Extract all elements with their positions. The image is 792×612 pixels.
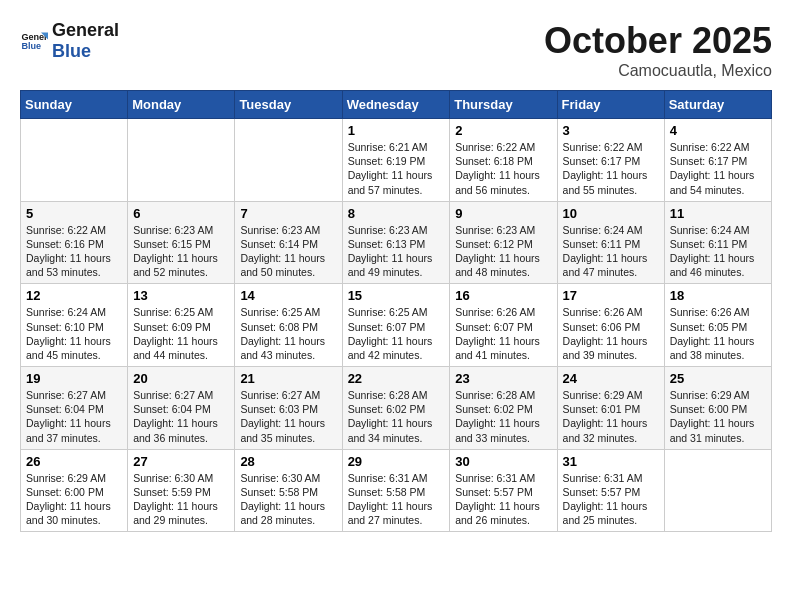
day-info: Sunrise: 6:21 AM Sunset: 6:19 PM Dayligh… [348, 140, 445, 197]
day-number: 24 [563, 371, 659, 386]
day-info: Sunrise: 6:31 AM Sunset: 5:58 PM Dayligh… [348, 471, 445, 528]
page-header: General Blue General Blue October 2025 C… [20, 20, 772, 80]
day-number: 31 [563, 454, 659, 469]
day-info: Sunrise: 6:25 AM Sunset: 6:08 PM Dayligh… [240, 305, 336, 362]
day-info: Sunrise: 6:22 AM Sunset: 6:16 PM Dayligh… [26, 223, 122, 280]
day-info: Sunrise: 6:24 AM Sunset: 6:11 PM Dayligh… [563, 223, 659, 280]
day-number: 1 [348, 123, 445, 138]
day-info: Sunrise: 6:26 AM Sunset: 6:07 PM Dayligh… [455, 305, 551, 362]
weekday-header-wednesday: Wednesday [342, 91, 450, 119]
week-row-5: 26Sunrise: 6:29 AM Sunset: 6:00 PM Dayli… [21, 449, 772, 532]
day-info: Sunrise: 6:25 AM Sunset: 6:09 PM Dayligh… [133, 305, 229, 362]
calendar-cell [664, 449, 771, 532]
calendar-cell: 25Sunrise: 6:29 AM Sunset: 6:00 PM Dayli… [664, 367, 771, 450]
day-info: Sunrise: 6:23 AM Sunset: 6:13 PM Dayligh… [348, 223, 445, 280]
weekday-header-monday: Monday [128, 91, 235, 119]
day-info: Sunrise: 6:30 AM Sunset: 5:59 PM Dayligh… [133, 471, 229, 528]
month-title: October 2025 [544, 20, 772, 62]
calendar-cell: 30Sunrise: 6:31 AM Sunset: 5:57 PM Dayli… [450, 449, 557, 532]
day-info: Sunrise: 6:27 AM Sunset: 6:04 PM Dayligh… [26, 388, 122, 445]
day-number: 2 [455, 123, 551, 138]
calendar-cell: 21Sunrise: 6:27 AM Sunset: 6:03 PM Dayli… [235, 367, 342, 450]
day-info: Sunrise: 6:25 AM Sunset: 6:07 PM Dayligh… [348, 305, 445, 362]
day-number: 15 [348, 288, 445, 303]
day-info: Sunrise: 6:31 AM Sunset: 5:57 PM Dayligh… [455, 471, 551, 528]
day-info: Sunrise: 6:26 AM Sunset: 6:05 PM Dayligh… [670, 305, 766, 362]
day-number: 29 [348, 454, 445, 469]
day-info: Sunrise: 6:24 AM Sunset: 6:11 PM Dayligh… [670, 223, 766, 280]
calendar-cell [128, 119, 235, 202]
calendar-cell: 2Sunrise: 6:22 AM Sunset: 6:18 PM Daylig… [450, 119, 557, 202]
location: Camocuautla, Mexico [544, 62, 772, 80]
day-info: Sunrise: 6:27 AM Sunset: 6:04 PM Dayligh… [133, 388, 229, 445]
day-number: 17 [563, 288, 659, 303]
day-number: 21 [240, 371, 336, 386]
calendar-cell: 13Sunrise: 6:25 AM Sunset: 6:09 PM Dayli… [128, 284, 235, 367]
day-info: Sunrise: 6:31 AM Sunset: 5:57 PM Dayligh… [563, 471, 659, 528]
day-info: Sunrise: 6:29 AM Sunset: 6:00 PM Dayligh… [670, 388, 766, 445]
weekday-header-thursday: Thursday [450, 91, 557, 119]
calendar-cell: 5Sunrise: 6:22 AM Sunset: 6:16 PM Daylig… [21, 201, 128, 284]
day-info: Sunrise: 6:30 AM Sunset: 5:58 PM Dayligh… [240, 471, 336, 528]
calendar-cell: 17Sunrise: 6:26 AM Sunset: 6:06 PM Dayli… [557, 284, 664, 367]
calendar-cell: 31Sunrise: 6:31 AM Sunset: 5:57 PM Dayli… [557, 449, 664, 532]
logo-text-line1: General [52, 20, 119, 41]
week-row-4: 19Sunrise: 6:27 AM Sunset: 6:04 PM Dayli… [21, 367, 772, 450]
calendar-cell: 20Sunrise: 6:27 AM Sunset: 6:04 PM Dayli… [128, 367, 235, 450]
week-row-2: 5Sunrise: 6:22 AM Sunset: 6:16 PM Daylig… [21, 201, 772, 284]
logo: General Blue General Blue [20, 20, 119, 61]
day-number: 12 [26, 288, 122, 303]
week-row-1: 1Sunrise: 6:21 AM Sunset: 6:19 PM Daylig… [21, 119, 772, 202]
calendar-cell: 12Sunrise: 6:24 AM Sunset: 6:10 PM Dayli… [21, 284, 128, 367]
calendar-cell: 10Sunrise: 6:24 AM Sunset: 6:11 PM Dayli… [557, 201, 664, 284]
calendar-cell: 27Sunrise: 6:30 AM Sunset: 5:59 PM Dayli… [128, 449, 235, 532]
calendar-cell: 11Sunrise: 6:24 AM Sunset: 6:11 PM Dayli… [664, 201, 771, 284]
calendar-cell: 8Sunrise: 6:23 AM Sunset: 6:13 PM Daylig… [342, 201, 450, 284]
calendar-cell: 14Sunrise: 6:25 AM Sunset: 6:08 PM Dayli… [235, 284, 342, 367]
week-row-3: 12Sunrise: 6:24 AM Sunset: 6:10 PM Dayli… [21, 284, 772, 367]
day-info: Sunrise: 6:23 AM Sunset: 6:14 PM Dayligh… [240, 223, 336, 280]
calendar-cell: 19Sunrise: 6:27 AM Sunset: 6:04 PM Dayli… [21, 367, 128, 450]
calendar-cell: 22Sunrise: 6:28 AM Sunset: 6:02 PM Dayli… [342, 367, 450, 450]
day-info: Sunrise: 6:27 AM Sunset: 6:03 PM Dayligh… [240, 388, 336, 445]
calendar-cell: 29Sunrise: 6:31 AM Sunset: 5:58 PM Dayli… [342, 449, 450, 532]
calendar-cell: 24Sunrise: 6:29 AM Sunset: 6:01 PM Dayli… [557, 367, 664, 450]
day-number: 10 [563, 206, 659, 221]
day-info: Sunrise: 6:22 AM Sunset: 6:17 PM Dayligh… [670, 140, 766, 197]
day-number: 18 [670, 288, 766, 303]
day-number: 4 [670, 123, 766, 138]
day-number: 14 [240, 288, 336, 303]
day-number: 9 [455, 206, 551, 221]
day-number: 16 [455, 288, 551, 303]
day-number: 26 [26, 454, 122, 469]
weekday-header-sunday: Sunday [21, 91, 128, 119]
day-info: Sunrise: 6:23 AM Sunset: 6:15 PM Dayligh… [133, 223, 229, 280]
day-number: 20 [133, 371, 229, 386]
day-info: Sunrise: 6:22 AM Sunset: 6:18 PM Dayligh… [455, 140, 551, 197]
logo-icon: General Blue [20, 27, 48, 55]
calendar-cell: 18Sunrise: 6:26 AM Sunset: 6:05 PM Dayli… [664, 284, 771, 367]
weekday-header-row: SundayMondayTuesdayWednesdayThursdayFrid… [21, 91, 772, 119]
title-block: October 2025 Camocuautla, Mexico [544, 20, 772, 80]
calendar-cell: 16Sunrise: 6:26 AM Sunset: 6:07 PM Dayli… [450, 284, 557, 367]
weekday-header-tuesday: Tuesday [235, 91, 342, 119]
day-number: 5 [26, 206, 122, 221]
calendar-cell: 1Sunrise: 6:21 AM Sunset: 6:19 PM Daylig… [342, 119, 450, 202]
calendar-cell: 23Sunrise: 6:28 AM Sunset: 6:02 PM Dayli… [450, 367, 557, 450]
day-number: 6 [133, 206, 229, 221]
calendar-cell: 15Sunrise: 6:25 AM Sunset: 6:07 PM Dayli… [342, 284, 450, 367]
day-number: 28 [240, 454, 336, 469]
calendar-table: SundayMondayTuesdayWednesdayThursdayFrid… [20, 90, 772, 532]
day-number: 8 [348, 206, 445, 221]
calendar-cell: 3Sunrise: 6:22 AM Sunset: 6:17 PM Daylig… [557, 119, 664, 202]
calendar-cell: 9Sunrise: 6:23 AM Sunset: 6:12 PM Daylig… [450, 201, 557, 284]
day-number: 22 [348, 371, 445, 386]
weekday-header-saturday: Saturday [664, 91, 771, 119]
calendar-cell: 28Sunrise: 6:30 AM Sunset: 5:58 PM Dayli… [235, 449, 342, 532]
day-number: 27 [133, 454, 229, 469]
calendar-cell: 4Sunrise: 6:22 AM Sunset: 6:17 PM Daylig… [664, 119, 771, 202]
day-info: Sunrise: 6:29 AM Sunset: 6:01 PM Dayligh… [563, 388, 659, 445]
weekday-header-friday: Friday [557, 91, 664, 119]
day-info: Sunrise: 6:26 AM Sunset: 6:06 PM Dayligh… [563, 305, 659, 362]
day-number: 19 [26, 371, 122, 386]
